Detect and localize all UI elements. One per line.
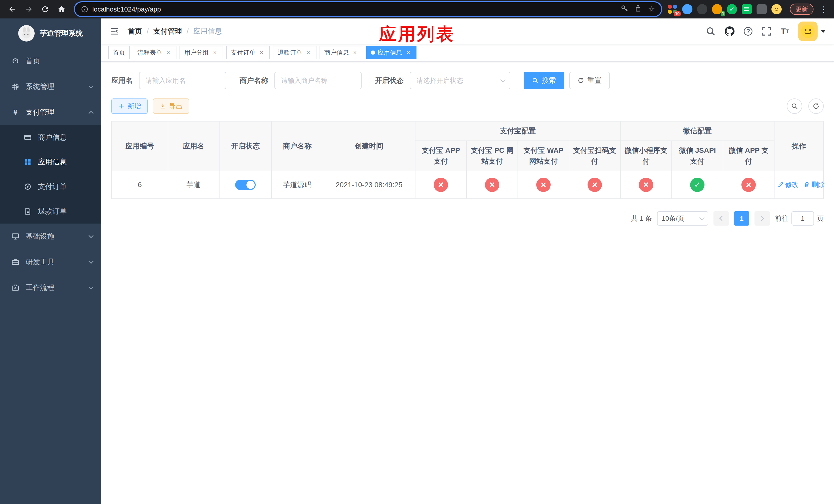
sidebar-item-pay-order[interactable]: 支付订单 [0, 174, 101, 199]
sidebar-item-label: 支付管理 [26, 108, 54, 117]
monitor-icon [10, 232, 21, 240]
close-icon[interactable]: × [211, 49, 219, 56]
browser-menu-icon[interactable]: ⋮ [819, 5, 829, 14]
edit-link[interactable]: 修改 [777, 180, 798, 189]
forward-icon[interactable] [22, 2, 36, 17]
add-button[interactable]: 新增 [111, 98, 148, 114]
extension-emoji-icon[interactable] [771, 4, 782, 14]
breadcrumb-current: 应用信息 [193, 26, 222, 36]
sidebar-item-merchant-info[interactable]: 商户信息 [0, 125, 101, 150]
extension-dark-icon[interactable] [697, 4, 707, 14]
col-header-created: 创建时间 [323, 121, 415, 171]
status-toggle[interactable] [235, 180, 256, 190]
close-icon[interactable]: × [351, 49, 358, 56]
cell-id: 6 [112, 171, 168, 199]
chrome-update-button[interactable]: 更新 [790, 4, 813, 15]
address-bar[interactable]: localhost:1024/pay/app ☆ [75, 2, 661, 16]
merchant-name-input[interactable] [275, 72, 361, 89]
tab-pay-order[interactable]: 支付订单× [226, 46, 270, 59]
tab-merchant-info[interactable]: 商户信息× [320, 46, 363, 59]
refresh-table-button[interactable] [808, 98, 824, 114]
extension-badge-green: 1 [721, 11, 725, 17]
sidebar-item-home[interactable]: 首页 [0, 48, 101, 74]
site-info-icon[interactable] [81, 6, 88, 13]
close-icon[interactable]: × [405, 49, 412, 56]
breadcrumb-home[interactable]: 首页 [128, 26, 142, 36]
password-key-icon[interactable] [620, 4, 628, 14]
reload-icon[interactable] [38, 2, 52, 17]
font-size-icon[interactable]: TT [781, 27, 789, 36]
home-icon[interactable] [54, 2, 69, 17]
sidebar-item-dev-tools[interactable]: 研发工具 [0, 249, 101, 275]
url-text[interactable]: localhost:1024/pay/app [92, 5, 161, 13]
table-tools [787, 98, 824, 114]
col-header-wx-jsapi: 微信 JSAPI 支付 [672, 141, 723, 171]
bookmark-star-icon[interactable]: ☆ [648, 5, 655, 13]
sidebar-item-workflow[interactable]: 工作流程 [0, 275, 101, 300]
reset-button[interactable]: 重置 [569, 72, 610, 89]
current-page-button[interactable]: 1 [734, 211, 749, 226]
github-icon[interactable] [725, 26, 734, 36]
tab-home[interactable]: 首页 [108, 46, 130, 59]
sidebar-item-payment[interactable]: ¥ 支付管理 [0, 99, 101, 125]
header-search-icon[interactable] [706, 26, 716, 36]
breadcrumb-separator: / [187, 27, 189, 36]
extension-pin-icon[interactable] [756, 4, 767, 14]
user-menu[interactable] [798, 22, 826, 41]
app-name-label: 应用名 [111, 76, 133, 85]
status-select[interactable]: 请选择开启状态 [410, 72, 510, 89]
logo-avatar [18, 25, 35, 42]
extension-grid-icon[interactable]: 10 [667, 4, 678, 14]
gear-icon [10, 83, 21, 91]
close-icon[interactable]: × [305, 49, 312, 56]
extension-drop-icon[interactable] [682, 4, 693, 14]
chevron-right-icon [759, 216, 764, 221]
navbar-tools: ? TT [706, 22, 826, 41]
sidebar-item-label: 支付订单 [38, 182, 67, 191]
col-header-merchant: 商户名称 [271, 121, 323, 171]
prev-page-button[interactable] [714, 211, 729, 226]
extension-chat-icon[interactable] [742, 4, 752, 14]
tab-process-form[interactable]: 流程表单× [133, 46, 176, 59]
close-icon[interactable]: × [258, 49, 265, 56]
extension-avatar-icon[interactable]: 1 [712, 4, 722, 14]
hamburger-icon[interactable] [109, 26, 119, 37]
payment-submenu: 商户信息 应用信息 支付订单 退款订单 [0, 125, 101, 224]
chevron-up-icon [88, 111, 94, 116]
app-name-input[interactable] [139, 72, 226, 89]
sidebar-item-refund-order[interactable]: 退款订单 [0, 199, 101, 224]
fullscreen-icon[interactable] [762, 26, 771, 36]
sidebar-item-infrastructure[interactable]: 基础设施 [0, 224, 101, 249]
export-button[interactable]: 导出 [153, 98, 189, 114]
col-header-wx-app: 微信 APP 支付 [723, 141, 774, 171]
cell-created: 2021-10-23 08:49:25 [323, 171, 415, 199]
logo[interactable]: 芋道管理系统 [0, 19, 101, 48]
goto-page-input[interactable] [791, 211, 814, 226]
breadcrumb-payment[interactable]: 支付管理 [153, 26, 182, 36]
col-header-ops: 操作 [774, 121, 824, 171]
page-size-select[interactable]: 10条/页 [657, 211, 708, 226]
back-icon[interactable] [5, 2, 20, 17]
next-page-button[interactable] [754, 211, 770, 226]
delete-link[interactable]: 删除 [804, 180, 825, 189]
dashboard-icon [10, 57, 21, 65]
tab-refund-order[interactable]: 退款订单× [273, 46, 316, 59]
help-icon[interactable]: ? [744, 27, 752, 36]
chevron-down-icon [500, 77, 505, 82]
sidebar-item-system[interactable]: 系统管理 [0, 74, 101, 99]
page-content: 应用名 商户名称 开启状态 请选择开启状态 搜索 重置 新增 导出 [101, 62, 834, 504]
order-circle-icon [23, 183, 33, 190]
close-icon[interactable]: × [164, 49, 172, 56]
sidebar-item-app-info[interactable]: 应用信息 [0, 150, 101, 174]
share-icon[interactable] [634, 4, 642, 14]
tab-app-info[interactable]: 应用信息× [366, 46, 416, 59]
toggle-search-button[interactable] [787, 98, 802, 114]
search-button[interactable]: 搜索 [524, 72, 564, 89]
col-header-wx-mini: 微信小程序支付 [620, 141, 672, 171]
browser-toolbar: localhost:1024/pay/app ☆ 10 1 ✓ 更新 ⋮ [0, 0, 834, 19]
briefcase-icon [10, 284, 21, 292]
extension-check-icon[interactable]: ✓ [727, 4, 737, 14]
cell-name: 芋道 [168, 171, 219, 199]
tab-user-group[interactable]: 用户分组× [179, 46, 223, 59]
table-toolbar: 新增 导出 [111, 98, 824, 114]
